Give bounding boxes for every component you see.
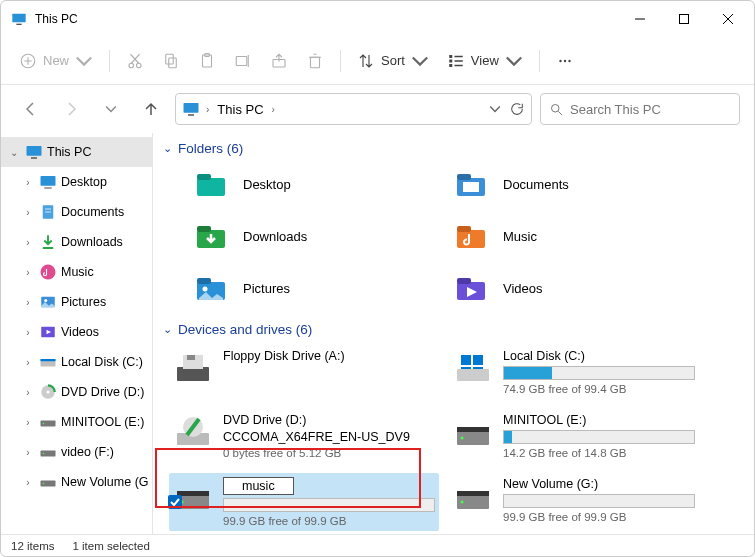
- sidebar-item[interactable]: ›Pictures: [1, 287, 152, 317]
- refresh-icon[interactable]: [509, 101, 525, 117]
- sidebar-item[interactable]: ›New Volume (G: [1, 467, 152, 497]
- tree-label: Downloads: [61, 235, 123, 249]
- close-button[interactable]: [706, 3, 750, 35]
- svg-rect-68: [197, 278, 211, 284]
- svg-rect-24: [449, 59, 452, 62]
- view-label: View: [471, 53, 499, 68]
- chevron-down-icon[interactable]: [489, 103, 501, 115]
- svg-rect-78: [461, 367, 471, 369]
- status-count: 12 items: [11, 540, 54, 552]
- chevron-right-icon[interactable]: ›: [21, 447, 35, 458]
- group-header-drives[interactable]: ⌄ Devices and drives (6): [163, 322, 744, 337]
- rename-input[interactable]: music: [223, 477, 294, 495]
- svg-point-44: [41, 265, 56, 280]
- folder-icon: [451, 268, 491, 308]
- address-bar[interactable]: › This PC ›: [175, 93, 532, 125]
- chevron-right-icon[interactable]: ›: [21, 207, 35, 218]
- cut-button[interactable]: [118, 43, 152, 79]
- folder-item[interactable]: Pictures: [191, 268, 441, 308]
- search-box[interactable]: Search This PC: [540, 93, 740, 125]
- back-button[interactable]: [15, 93, 47, 125]
- sidebar-item[interactable]: ›Desktop: [1, 167, 152, 197]
- chevron-right-icon[interactable]: ›: [21, 477, 35, 488]
- chevron-right-icon[interactable]: ›: [21, 357, 35, 368]
- folder-icon: [451, 164, 491, 204]
- drive-sub: CCCOMA_X64FRE_EN-US_DV9: [223, 430, 435, 444]
- paste-button[interactable]: [190, 43, 224, 79]
- svg-point-34: [552, 104, 560, 112]
- chevron-right-icon[interactable]: ›: [21, 237, 35, 248]
- sidebar-item[interactable]: ›Documents: [1, 197, 152, 227]
- drive-name: Floppy Disk Drive (A:): [223, 349, 435, 363]
- folder-item[interactable]: Desktop: [191, 164, 441, 204]
- item-icon: [39, 263, 57, 281]
- group-title: Folders (6): [178, 141, 243, 156]
- recent-button[interactable]: [95, 93, 127, 125]
- drive-item[interactable]: music99.9 GB free of 99.9 GB: [169, 473, 439, 531]
- sidebar-item[interactable]: ›Music: [1, 257, 152, 287]
- chevron-right-icon[interactable]: ›: [21, 297, 35, 308]
- group-header-folders[interactable]: ⌄ Folders (6): [163, 141, 744, 156]
- folder-icon: [451, 216, 491, 256]
- chevron-right-icon[interactable]: ›: [21, 417, 35, 428]
- chevron-right-icon[interactable]: ›: [21, 267, 35, 278]
- chevron-right-icon[interactable]: ›: [21, 327, 35, 338]
- search-placeholder: Search This PC: [570, 102, 661, 117]
- tree-label: New Volume (G: [61, 475, 149, 489]
- delete-button[interactable]: [298, 43, 332, 79]
- more-button[interactable]: [548, 43, 582, 79]
- window-title: This PC: [35, 12, 618, 26]
- svg-rect-85: [168, 495, 182, 509]
- copy-button[interactable]: [154, 43, 188, 79]
- svg-rect-66: [457, 226, 471, 232]
- drive-item[interactable]: Floppy Disk Drive (A:): [169, 345, 439, 399]
- checkbox-icon[interactable]: [167, 494, 183, 510]
- chevron-down-icon[interactable]: ⌄: [7, 147, 21, 158]
- drive-item[interactable]: Local Disk (C:)74.9 GB free of 99.4 GB: [449, 345, 699, 399]
- svg-rect-14: [169, 58, 177, 68]
- folder-item[interactable]: Music: [451, 216, 701, 256]
- drive-icon: [173, 413, 213, 453]
- rename-button[interactable]: [226, 43, 260, 79]
- sidebar-item[interactable]: ›video (F:): [1, 437, 152, 467]
- forward-button[interactable]: [55, 93, 87, 125]
- sort-button[interactable]: Sort: [349, 43, 437, 79]
- folder-item[interactable]: Videos: [451, 268, 701, 308]
- svg-point-91: [461, 501, 464, 504]
- sidebar-item[interactable]: ›DVD Drive (D:): [1, 377, 152, 407]
- tree-label: Music: [61, 265, 94, 279]
- drive-item[interactable]: MINITOOL (E:)14.2 GB free of 14.8 GB: [449, 409, 699, 463]
- folder-item[interactable]: Documents: [451, 164, 701, 204]
- item-icon: [39, 413, 57, 431]
- item-icon: [39, 173, 57, 191]
- svg-rect-75: [457, 369, 489, 381]
- up-button[interactable]: [135, 93, 167, 125]
- minimize-button[interactable]: [618, 3, 662, 35]
- cut-icon: [126, 52, 144, 70]
- folder-icon: [191, 164, 231, 204]
- sidebar-item[interactable]: ›Videos: [1, 317, 152, 347]
- sidebar-item[interactable]: ›MINITOOL (E:): [1, 407, 152, 437]
- svg-point-9: [129, 63, 134, 68]
- sidebar-item[interactable]: ›Downloads: [1, 227, 152, 257]
- svg-rect-77: [473, 355, 483, 365]
- drive-item[interactable]: DVD Drive (D:)CCCOMA_X64FRE_EN-US_DV90 b…: [169, 409, 439, 463]
- drive-item[interactable]: New Volume (G:)99.9 GB free of 99.9 GB: [449, 473, 699, 531]
- sidebar-item[interactable]: ›Local Disk (C:): [1, 347, 152, 377]
- svg-point-29: [559, 59, 561, 61]
- share-button[interactable]: [262, 43, 296, 79]
- view-button[interactable]: View: [439, 43, 531, 79]
- maximize-button[interactable]: [662, 3, 706, 35]
- drive-free-text: 14.2 GB free of 14.8 GB: [503, 447, 695, 459]
- breadcrumb-root[interactable]: This PC: [215, 100, 265, 119]
- svg-rect-71: [457, 278, 471, 284]
- folder-label: Videos: [503, 281, 543, 296]
- folder-item[interactable]: Downloads: [191, 216, 441, 256]
- new-button[interactable]: New: [11, 43, 101, 79]
- share-icon: [270, 52, 288, 70]
- tree-root-this-pc[interactable]: ⌄ This PC: [1, 137, 152, 167]
- svg-point-84: [461, 437, 464, 440]
- item-icon: [39, 353, 57, 371]
- chevron-right-icon[interactable]: ›: [21, 387, 35, 398]
- chevron-right-icon[interactable]: ›: [21, 177, 35, 188]
